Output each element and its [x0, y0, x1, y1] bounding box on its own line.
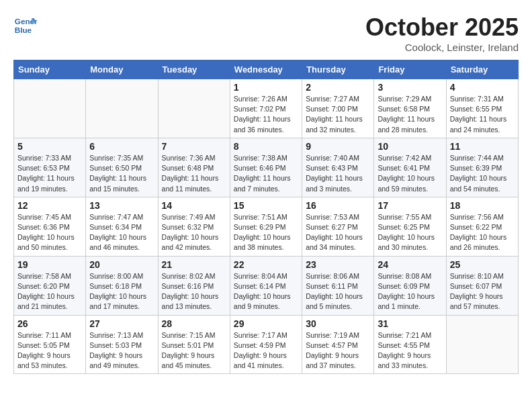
- header: General Blue October 2025 Coolock, Leins…: [13, 13, 519, 53]
- day-number: 30: [306, 318, 370, 329]
- calendar-cell: 30Sunrise: 7:19 AM Sunset: 4:57 PM Dayli…: [302, 315, 374, 374]
- calendar-cell: 6Sunrise: 7:35 AM Sunset: 6:50 PM Daylig…: [86, 138, 158, 197]
- day-number: 11: [450, 141, 515, 152]
- calendar-body: 1Sunrise: 7:26 AM Sunset: 7:02 PM Daylig…: [14, 79, 519, 374]
- day-number: 10: [378, 141, 442, 152]
- calendar-week-row: 19Sunrise: 7:58 AM Sunset: 6:20 PM Dayli…: [14, 256, 519, 315]
- calendar-cell: [86, 79, 158, 138]
- day-info: Sunrise: 7:47 AM Sunset: 6:34 PM Dayligh…: [89, 212, 154, 253]
- day-number: 14: [162, 200, 226, 211]
- day-number: 6: [89, 141, 154, 152]
- calendar-cell: [158, 79, 230, 138]
- calendar-cell: 14Sunrise: 7:49 AM Sunset: 6:32 PM Dayli…: [158, 197, 230, 256]
- calendar-cell: 28Sunrise: 7:15 AM Sunset: 5:01 PM Dayli…: [158, 315, 230, 374]
- title-area: October 2025 Coolock, Leinster, Ireland: [365, 13, 519, 53]
- day-number: 23: [306, 259, 370, 270]
- day-info: Sunrise: 7:53 AM Sunset: 6:27 PM Dayligh…: [306, 212, 370, 253]
- day-number: 27: [89, 318, 154, 329]
- calendar-cell: 8Sunrise: 7:38 AM Sunset: 6:46 PM Daylig…: [230, 138, 302, 197]
- day-info: Sunrise: 8:00 AM Sunset: 6:18 PM Dayligh…: [89, 271, 154, 312]
- day-number: 9: [306, 141, 370, 152]
- day-info: Sunrise: 7:11 AM Sunset: 5:05 PM Dayligh…: [17, 330, 82, 371]
- day-number: 21: [162, 259, 226, 270]
- calendar-cell: 24Sunrise: 8:08 AM Sunset: 6:09 PM Dayli…: [374, 256, 446, 315]
- day-number: 28: [162, 318, 226, 329]
- day-info: Sunrise: 8:04 AM Sunset: 6:14 PM Dayligh…: [234, 271, 298, 312]
- calendar-cell: 25Sunrise: 8:10 AM Sunset: 6:07 PM Dayli…: [446, 256, 518, 315]
- day-info: Sunrise: 7:42 AM Sunset: 6:41 PM Dayligh…: [378, 153, 442, 194]
- day-number: 7: [162, 141, 226, 152]
- day-number: 17: [378, 200, 442, 211]
- calendar-week-row: 26Sunrise: 7:11 AM Sunset: 5:05 PM Dayli…: [14, 315, 519, 374]
- calendar-cell: 19Sunrise: 7:58 AM Sunset: 6:20 PM Dayli…: [14, 256, 86, 315]
- day-number: 8: [234, 141, 298, 152]
- day-info: Sunrise: 7:29 AM Sunset: 6:58 PM Dayligh…: [378, 94, 442, 135]
- day-info: Sunrise: 7:35 AM Sunset: 6:50 PM Dayligh…: [89, 153, 154, 194]
- day-number: 2: [306, 82, 370, 93]
- calendar-cell: 10Sunrise: 7:42 AM Sunset: 6:41 PM Dayli…: [374, 138, 446, 197]
- day-number: 16: [306, 200, 370, 211]
- calendar-cell: 22Sunrise: 8:04 AM Sunset: 6:14 PM Dayli…: [230, 256, 302, 315]
- day-info: Sunrise: 7:15 AM Sunset: 5:01 PM Dayligh…: [162, 330, 226, 371]
- calendar-week-row: 12Sunrise: 7:45 AM Sunset: 6:36 PM Dayli…: [14, 197, 519, 256]
- day-info: Sunrise: 7:21 AM Sunset: 4:55 PM Dayligh…: [378, 330, 442, 371]
- weekday-header-cell: Monday: [86, 60, 158, 79]
- calendar-cell: 15Sunrise: 7:51 AM Sunset: 6:29 PM Dayli…: [230, 197, 302, 256]
- day-number: 24: [378, 259, 442, 270]
- day-number: 1: [234, 82, 298, 93]
- day-info: Sunrise: 7:13 AM Sunset: 5:03 PM Dayligh…: [89, 330, 154, 371]
- day-info: Sunrise: 8:08 AM Sunset: 6:09 PM Dayligh…: [378, 271, 442, 312]
- day-info: Sunrise: 7:45 AM Sunset: 6:36 PM Dayligh…: [17, 212, 82, 253]
- calendar-cell: 26Sunrise: 7:11 AM Sunset: 5:05 PM Dayli…: [14, 315, 86, 374]
- day-info: Sunrise: 7:26 AM Sunset: 7:02 PM Dayligh…: [234, 94, 298, 135]
- day-number: 5: [17, 141, 82, 152]
- day-info: Sunrise: 7:40 AM Sunset: 6:43 PM Dayligh…: [306, 153, 370, 194]
- weekday-header-cell: Saturday: [446, 60, 518, 79]
- day-number: 20: [89, 259, 154, 270]
- calendar-cell: 31Sunrise: 7:21 AM Sunset: 4:55 PM Dayli…: [374, 315, 446, 374]
- calendar-table: SundayMondayTuesdayWednesdayThursdayFrid…: [13, 60, 519, 374]
- svg-text:Blue: Blue: [15, 26, 32, 34]
- calendar-cell: 27Sunrise: 7:13 AM Sunset: 5:03 PM Dayli…: [86, 315, 158, 374]
- day-number: 3: [378, 82, 442, 93]
- day-info: Sunrise: 7:51 AM Sunset: 6:29 PM Dayligh…: [234, 212, 298, 253]
- day-number: 29: [234, 318, 298, 329]
- day-number: 13: [89, 200, 154, 211]
- day-info: Sunrise: 8:06 AM Sunset: 6:11 PM Dayligh…: [306, 271, 370, 312]
- day-info: Sunrise: 7:55 AM Sunset: 6:25 PM Dayligh…: [378, 212, 442, 253]
- calendar-cell: 23Sunrise: 8:06 AM Sunset: 6:11 PM Dayli…: [302, 256, 374, 315]
- day-info: Sunrise: 7:38 AM Sunset: 6:46 PM Dayligh…: [234, 153, 298, 194]
- calendar-cell: 12Sunrise: 7:45 AM Sunset: 6:36 PM Dayli…: [14, 197, 86, 256]
- weekday-header-row: SundayMondayTuesdayWednesdayThursdayFrid…: [14, 60, 519, 79]
- day-info: Sunrise: 8:10 AM Sunset: 6:07 PM Dayligh…: [450, 271, 515, 312]
- location: Coolock, Leinster, Ireland: [365, 42, 519, 53]
- day-number: 18: [450, 200, 515, 211]
- day-number: 15: [234, 200, 298, 211]
- calendar-cell: [446, 315, 518, 374]
- calendar-cell: [14, 79, 86, 138]
- day-number: 31: [378, 318, 442, 329]
- day-number: 26: [17, 318, 82, 329]
- calendar-cell: 20Sunrise: 8:00 AM Sunset: 6:18 PM Dayli…: [86, 256, 158, 315]
- weekday-header-cell: Thursday: [302, 60, 374, 79]
- calendar-cell: 16Sunrise: 7:53 AM Sunset: 6:27 PM Dayli…: [302, 197, 374, 256]
- weekday-header-cell: Wednesday: [230, 60, 302, 79]
- day-info: Sunrise: 7:27 AM Sunset: 7:00 PM Dayligh…: [306, 94, 370, 135]
- calendar-cell: 7Sunrise: 7:36 AM Sunset: 6:48 PM Daylig…: [158, 138, 230, 197]
- month-title: October 2025: [365, 13, 519, 42]
- day-number: 19: [17, 259, 82, 270]
- calendar-cell: 13Sunrise: 7:47 AM Sunset: 6:34 PM Dayli…: [86, 197, 158, 256]
- day-number: 4: [450, 82, 515, 93]
- weekday-header-cell: Friday: [374, 60, 446, 79]
- calendar-cell: 2Sunrise: 7:27 AM Sunset: 7:00 PM Daylig…: [302, 79, 374, 138]
- calendar-cell: 29Sunrise: 7:17 AM Sunset: 4:59 PM Dayli…: [230, 315, 302, 374]
- calendar-cell: 17Sunrise: 7:55 AM Sunset: 6:25 PM Dayli…: [374, 197, 446, 256]
- day-info: Sunrise: 7:17 AM Sunset: 4:59 PM Dayligh…: [234, 330, 298, 371]
- day-info: Sunrise: 7:36 AM Sunset: 6:48 PM Dayligh…: [162, 153, 226, 194]
- calendar-cell: 1Sunrise: 7:26 AM Sunset: 7:02 PM Daylig…: [230, 79, 302, 138]
- day-number: 25: [450, 259, 515, 270]
- logo-icon: General Blue: [13, 13, 38, 38]
- day-info: Sunrise: 7:33 AM Sunset: 6:53 PM Dayligh…: [17, 153, 82, 194]
- weekday-header-cell: Tuesday: [158, 60, 230, 79]
- calendar-cell: 3Sunrise: 7:29 AM Sunset: 6:58 PM Daylig…: [374, 79, 446, 138]
